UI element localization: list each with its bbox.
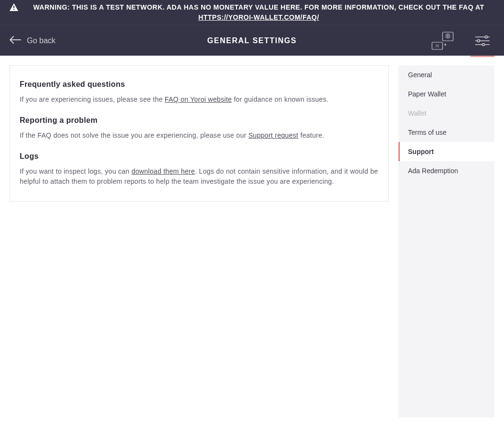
faq-text-before: If you are experiencing issues, please s… bbox=[20, 95, 165, 103]
warning-text: WARNING: THIS IS A TEST NETWORK. ADA HAS… bbox=[23, 2, 494, 23]
reporting-text-after: feature. bbox=[299, 131, 324, 139]
reporting-text: If the FAQ does not solve the issue you … bbox=[20, 130, 379, 141]
svg-point-5 bbox=[435, 44, 436, 45]
svg-rect-3 bbox=[432, 42, 443, 49]
page-title: GENERAL SETTINGS bbox=[207, 36, 297, 45]
svg-point-14 bbox=[482, 43, 485, 46]
go-back-label: Go back bbox=[27, 36, 56, 45]
sidebar-item-wallet: Wallet bbox=[398, 104, 494, 123]
settings-button[interactable] bbox=[470, 25, 494, 56]
daedalus-transfer-button[interactable] bbox=[427, 25, 458, 56]
arrow-left-icon bbox=[10, 36, 21, 46]
topbar: Go back GENERAL SETTINGS bbox=[0, 25, 504, 56]
content-area: Frequently asked questions If you are ex… bbox=[0, 56, 504, 426]
svg-rect-0 bbox=[13, 6, 14, 8]
transfer-icon bbox=[432, 32, 454, 50]
reporting-text-before: If the FAQ does not solve the issue you … bbox=[20, 131, 248, 139]
warning-text-content: WARNING: THIS IS A TEST NETWORK. ADA HAS… bbox=[33, 3, 484, 11]
topbar-actions bbox=[427, 25, 494, 56]
reporting-heading: Reporting a problem bbox=[20, 116, 379, 125]
go-back-button[interactable]: Go back bbox=[10, 36, 56, 46]
warning-icon bbox=[10, 3, 18, 12]
main-panel: Frequently asked questions If you are ex… bbox=[10, 65, 389, 201]
svg-point-7 bbox=[435, 47, 436, 47]
download-logs-link[interactable]: download them here bbox=[132, 167, 195, 175]
logs-text-before: If you want to inspect logs, you can bbox=[20, 167, 132, 175]
sidebar-item-terms-of-use[interactable]: Terms of use bbox=[398, 123, 494, 142]
warning-faq-link[interactable]: HTTPS://YOROI-WALLET.COM/FAQ/ bbox=[198, 13, 319, 21]
sidebar-item-support[interactable]: Support bbox=[398, 142, 494, 161]
svg-point-8 bbox=[438, 47, 439, 47]
svg-point-6 bbox=[438, 44, 439, 45]
faq-text-after: for guidance on known issues. bbox=[232, 95, 328, 103]
sliders-icon bbox=[475, 36, 490, 46]
sidebar-item-general[interactable]: General bbox=[398, 65, 494, 84]
svg-rect-1 bbox=[13, 9, 14, 10]
settings-sidebar: General Paper Wallet Wallet Terms of use… bbox=[398, 65, 494, 417]
faq-text: If you are experiencing issues, please s… bbox=[20, 95, 379, 105]
sidebar-item-paper-wallet[interactable]: Paper Wallet bbox=[398, 84, 494, 104]
svg-point-10 bbox=[485, 36, 488, 38]
sidebar-item-ada-redemption[interactable]: Ada Redemption bbox=[398, 161, 494, 180]
svg-point-4 bbox=[436, 45, 438, 47]
faq-heading: Frequently asked questions bbox=[20, 80, 379, 89]
logs-heading: Logs bbox=[20, 152, 379, 161]
logs-text: If you want to inspect logs, you can dow… bbox=[20, 166, 379, 187]
support-request-link[interactable]: Support request bbox=[248, 131, 298, 139]
faq-link[interactable]: FAQ on Yoroi website bbox=[165, 95, 232, 103]
svg-point-12 bbox=[478, 39, 480, 42]
warning-banner: WARNING: THIS IS A TEST NETWORK. ADA HAS… bbox=[0, 0, 504, 25]
